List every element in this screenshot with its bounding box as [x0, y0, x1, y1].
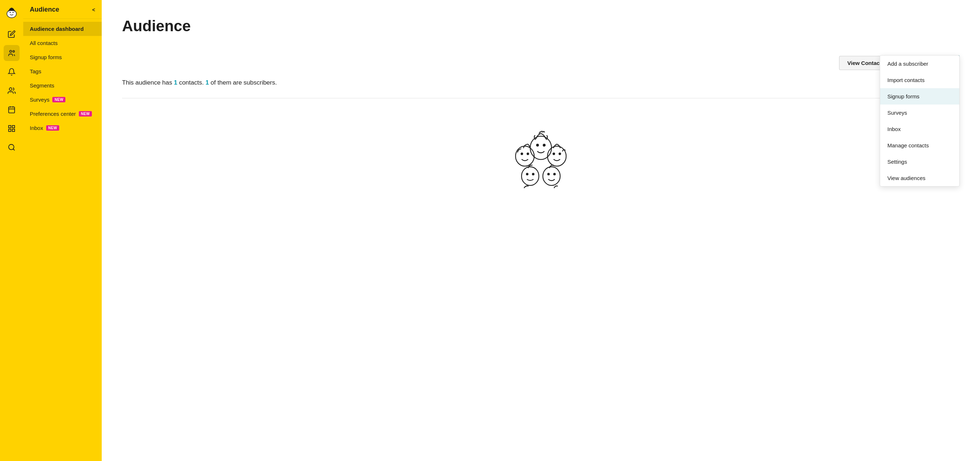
svg-point-20: [521, 153, 523, 155]
audience-summary: This audience has 1 contacts. 1 of them …: [122, 79, 960, 86]
svg-point-24: [559, 153, 561, 155]
mailchimp-logo[interactable]: [4, 4, 20, 20]
svg-point-4: [13, 51, 14, 52]
svg-point-18: [543, 144, 545, 146]
svg-point-28: [543, 167, 560, 185]
svg-rect-12: [12, 129, 14, 131]
svg-point-26: [526, 173, 528, 175]
sidebar-item-surveys[interactable]: Surveys New: [23, 93, 102, 107]
content-divider: [122, 98, 960, 98]
icon-bar: [0, 0, 23, 461]
svg-rect-13: [9, 129, 11, 131]
campaigns-icon-btn[interactable]: [4, 26, 20, 42]
manage-audience-dropdown: Add a subscriber Import contacts Signup …: [880, 55, 960, 187]
sidebar-item-inbox[interactable]: Inbox New: [23, 121, 102, 135]
svg-point-14: [9, 144, 14, 150]
sidebar-item-segments[interactable]: Segments: [23, 78, 102, 93]
sidebar-item-all-contacts[interactable]: All contacts: [23, 36, 102, 50]
search-icon-btn[interactable]: [4, 139, 20, 155]
main-content-area: Audience View Contacts Manage Audience ▾…: [102, 0, 980, 461]
automations-icon-btn[interactable]: [4, 64, 20, 80]
main-content: Audience View Contacts Manage Audience ▾…: [102, 0, 980, 461]
svg-rect-11: [12, 125, 14, 128]
sidebar-item-tags[interactable]: Tags: [23, 64, 102, 78]
contacts-icon-btn[interactable]: [4, 83, 20, 99]
page-title: Audience: [122, 17, 960, 35]
svg-point-30: [554, 173, 555, 175]
svg-point-25: [522, 167, 539, 185]
dropdown-item-add-subscriber[interactable]: Add a subscriber: [880, 55, 959, 72]
svg-point-16: [530, 136, 552, 159]
integrations-icon-btn[interactable]: [4, 120, 20, 136]
dropdown-item-surveys[interactable]: Surveys: [880, 105, 959, 121]
svg-point-21: [527, 153, 529, 155]
sidebar-collapse-btn[interactable]: <: [92, 7, 95, 13]
svg-rect-6: [9, 107, 15, 113]
dropdown-item-signup-forms[interactable]: Signup forms: [880, 88, 959, 105]
svg-point-5: [10, 88, 12, 90]
sidebar-nav: Audience dashboard All contacts Signup f…: [23, 19, 102, 138]
svg-point-1: [10, 12, 11, 13]
svg-point-23: [553, 153, 555, 155]
dropdown-item-inbox[interactable]: Inbox: [880, 121, 959, 137]
sidebar-header: Audience <: [23, 0, 102, 19]
sidebar-title: Audience: [30, 6, 59, 13]
dropdown-item-view-audiences[interactable]: View audiences: [880, 170, 959, 186]
svg-point-3: [10, 51, 12, 52]
svg-point-19: [515, 146, 534, 166]
dropdown-item-manage-contacts[interactable]: Manage contacts: [880, 137, 959, 154]
audience-illustration: [122, 113, 960, 193]
svg-rect-10: [9, 125, 11, 128]
sidebar-item-signup-forms[interactable]: Signup forms: [23, 50, 102, 64]
action-bar: View Contacts Manage Audience ▾: [122, 55, 960, 70]
audience-icon-btn[interactable]: [4, 45, 20, 61]
svg-point-29: [548, 173, 550, 175]
svg-point-2: [13, 12, 14, 13]
inbox-new-badge: New: [46, 125, 59, 131]
sidebar: Audience < Audience dashboard All contac…: [23, 0, 102, 461]
content-icon-btn[interactable]: [4, 101, 20, 117]
svg-point-27: [533, 173, 534, 175]
sidebar-item-preferences-center[interactable]: Preferences center New: [23, 107, 102, 121]
dropdown-item-settings[interactable]: Settings: [880, 154, 959, 170]
svg-point-17: [536, 144, 539, 146]
dropdown-item-import-contacts[interactable]: Import contacts: [880, 72, 959, 88]
sidebar-item-audience-dashboard[interactable]: Audience dashboard: [23, 22, 102, 36]
surveys-new-badge: New: [52, 97, 65, 102]
svg-line-15: [13, 149, 14, 150]
svg-point-22: [547, 146, 566, 166]
preferences-new-badge: New: [79, 111, 92, 117]
